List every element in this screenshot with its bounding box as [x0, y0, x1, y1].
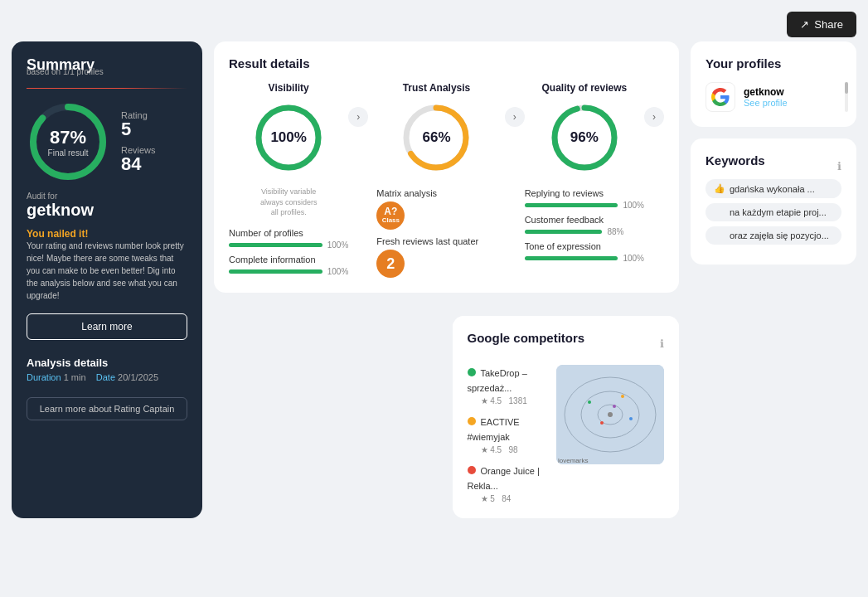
- tone-label: Tone of expression: [525, 241, 644, 251]
- competitor-3-name: Orange Juice | Rekla...: [468, 466, 540, 491]
- score-circle: 87% Final result: [27, 100, 109, 183]
- profiles-content: getknow See profile: [706, 82, 841, 112]
- visibility-label: Visibility: [269, 82, 309, 94]
- keywords-title-row: Keywords ℹ: [706, 153, 841, 179]
- nailed-it-text: You nailed it!: [27, 228, 187, 240]
- quality-next-button[interactable]: ›: [644, 107, 664, 127]
- bottom-cards: Main complaints ℹ 🛒 Product 0% 🚚: [214, 304, 679, 518]
- svg-point-17: [613, 405, 616, 408]
- keyword-1-icon: 👍: [714, 183, 725, 194]
- trust-next-button[interactable]: ›: [505, 107, 525, 127]
- fresh-reviews-label: Fresh reviews last quater: [376, 236, 496, 246]
- complete-info-label: Complete information: [229, 255, 348, 265]
- rating-value: 5: [121, 120, 156, 138]
- competitor-1-name: TakeDrop – sprzedaż...: [468, 368, 527, 393]
- complete-info-value: 100%: [327, 267, 349, 276]
- google-icon: [706, 82, 735, 112]
- quality-donut: 96%: [547, 100, 622, 175]
- competitors-title-row: Google competitors ℹ: [468, 331, 665, 357]
- visibility-donut: 100%: [251, 100, 326, 175]
- duration-label: Duration: [27, 372, 61, 382]
- competitors-title: Google competitors: [468, 331, 585, 345]
- competitor-3-stats: ★ 5 84: [468, 494, 546, 503]
- keyword-3-label: oraz zajęła się pozycjo...: [730, 231, 829, 240]
- learn-about-button[interactable]: Learn more about Rating Captain: [27, 397, 187, 420]
- visibility-next-button[interactable]: ›: [348, 107, 368, 127]
- trust-value: 66%: [422, 129, 450, 146]
- competitors-list: TakeDrop – sprzedaż... ★ 4.5 1381 EACTIV…: [468, 365, 546, 503]
- visibility-profiles-row: Number of profiles 100% Complete informa…: [229, 228, 348, 276]
- num-profiles-label: Number of profiles: [229, 228, 348, 238]
- summary-subtitle: based on 1/1 profiles: [27, 67, 187, 76]
- svg-point-16: [629, 417, 633, 420]
- middle-column: Result details Visibility 100% Visibilit…: [214, 41, 679, 518]
- nailed-desc: Your rating and reviews number look pret…: [27, 240, 187, 302]
- date-value: 20/1/2025: [118, 372, 158, 382]
- fresh-reviews-value: 2: [376, 250, 405, 278]
- competitors-card: Google competitors ℹ TakeDrop – sprzedaż…: [453, 316, 680, 518]
- audit-for-label: Audit for: [27, 192, 187, 201]
- right-column: Your profiles getknow See profile: [691, 41, 856, 518]
- competitor-1-stats: ★ 4.5 1381: [468, 396, 546, 405]
- keyword-3: oraz zajęła się pozycjo...: [706, 226, 841, 245]
- learn-more-button[interactable]: Learn more: [27, 313, 187, 340]
- replying-value: 100%: [623, 201, 644, 210]
- matrix-badge: A? Class: [376, 201, 405, 230]
- share-icon: ↗: [800, 18, 809, 31]
- profiles-title: Your profiles: [706, 56, 841, 70]
- competitor-2-stats: ★ 4.5 98: [468, 445, 546, 454]
- score-label: Final result: [48, 148, 89, 158]
- tone-value: 100%: [623, 254, 644, 263]
- metrics-row: Visibility 100% Visibility variable alwa…: [229, 82, 664, 278]
- profile-name: getknow: [744, 86, 788, 98]
- visibility-value: 100%: [270, 129, 306, 146]
- score-row: 87% Final result Rating 5 Reviews 84: [27, 100, 187, 183]
- rating-divider: [27, 88, 187, 89]
- keywords-info-icon[interactable]: ℹ: [837, 160, 841, 172]
- trust-label: Trust Analysis: [403, 82, 471, 94]
- feedback-label: Customer feedback: [525, 215, 644, 225]
- scrollbar-thumb: [845, 82, 848, 94]
- audit-name: getknow: [27, 201, 187, 220]
- share-button[interactable]: ↗ Share: [787, 12, 856, 37]
- competitor-2-dot: [468, 417, 476, 425]
- rating-info: Rating 5 Reviews 84: [121, 110, 156, 173]
- feedback-value: 88%: [607, 227, 623, 236]
- nailed-section: You nailed it! Your rating and reviews n…: [27, 228, 187, 302]
- competitor-2: EACTIVE #wiemyjak ★ 4.5 98: [468, 414, 546, 454]
- svg-text:lovemarks: lovemarks: [558, 457, 588, 464]
- analysis-section: Analysis details Duration 1 min Date 20/…: [27, 357, 187, 382]
- competitor-3-dot: [468, 466, 476, 474]
- num-profiles-value: 100%: [327, 240, 349, 250]
- trust-donut: 66%: [399, 100, 473, 175]
- audit-section: Audit for getknow: [27, 192, 187, 220]
- see-profile-link[interactable]: See profile: [744, 98, 788, 108]
- result-details-title: Result details: [229, 56, 664, 70]
- svg-point-12: [608, 412, 613, 417]
- analysis-title: Analysis details: [27, 357, 187, 369]
- reviews-value: 84: [121, 155, 156, 173]
- quality-col: Quality of reviews 96% Replying to revie…: [525, 82, 644, 263]
- scrollbar-track: [845, 82, 848, 112]
- analysis-meta: Duration 1 min Date 20/1/2025: [27, 372, 187, 382]
- map-visual: lovemarks: [556, 365, 664, 464]
- duration-value: 1 min: [64, 372, 86, 382]
- result-details-card: Result details Visibility 100% Visibilit…: [214, 41, 679, 293]
- svg-point-15: [600, 421, 604, 425]
- summary-card: Summary based on 1/1 profiles 87% Final …: [12, 41, 202, 518]
- svg-point-13: [588, 400, 591, 404]
- profile-info: getknow See profile: [744, 86, 788, 108]
- competitor-3: Orange Juice | Rekla... ★ 5 84: [468, 463, 546, 503]
- keyword-2-label: na każdym etapie proj...: [730, 207, 827, 217]
- visibility-col: Visibility 100% Visibility variable alwa…: [229, 82, 348, 276]
- profile-item: getknow See profile: [706, 82, 841, 112]
- competitors-layout: TakeDrop – sprzedaż... ★ 4.5 1381 EACTIV…: [468, 365, 665, 503]
- keyword-1: 👍 gdańska wykonała ...: [706, 179, 841, 198]
- svg-point-14: [621, 395, 624, 398]
- keywords-card: Keywords ℹ 👍 gdańska wykonała ... na każ…: [691, 138, 856, 265]
- visibility-note: Visibility variable always considers all…: [255, 187, 322, 218]
- competitors-info-icon[interactable]: ℹ: [660, 337, 664, 350]
- replying-label: Replying to reviews: [525, 188, 644, 198]
- quality-value: 96%: [570, 129, 599, 146]
- profiles-card: Your profiles getknow See profile: [691, 41, 856, 127]
